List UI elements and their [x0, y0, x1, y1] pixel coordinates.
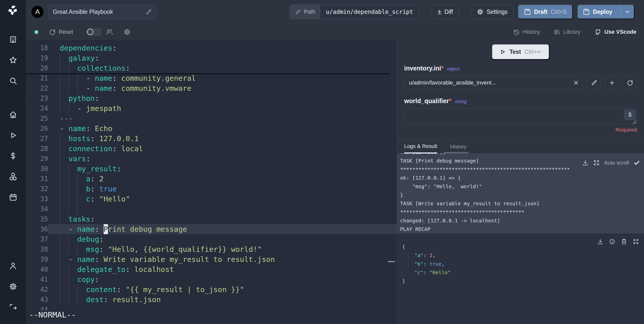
editor-line[interactable]: 39 - name: Write variable my_result to r…	[26, 254, 397, 264]
test-button[interactable]: Test Ctrl+↵	[492, 44, 549, 60]
editor-line[interactable]: 24 - jmespath	[26, 103, 397, 113]
editor-line[interactable]: 41 copy:	[26, 274, 397, 285]
status-dot	[34, 30, 38, 34]
diff-toggle[interactable]	[86, 28, 102, 36]
settings-button[interactable]: Settings	[471, 5, 513, 19]
world-qualifier-field-label: world_qualifier* string	[404, 97, 637, 105]
editor-settings-gear-icon[interactable]	[123, 28, 131, 36]
reset-button[interactable]: Reset	[49, 29, 73, 35]
diff-label: Diff	[444, 9, 453, 15]
inventory-field-label: inventory.ini* object	[404, 65, 637, 72]
world-qualifier-textarea[interactable]	[404, 108, 637, 124]
variable-picker-dollar-button[interactable]: $	[624, 109, 636, 120]
editor-line[interactable]: 22 - name: community.vmware	[26, 83, 397, 93]
right-panel: Test Ctrl+↵ inventory.ini* object	[397, 40, 644, 324]
editor-line[interactable]: 43 dest: result.json	[26, 295, 397, 305]
collaborators-users-icon[interactable]	[106, 28, 113, 36]
world-qualifier-type: string	[455, 99, 467, 104]
editor-line[interactable]: 34	[26, 204, 397, 214]
inventory-input[interactable]	[404, 76, 569, 90]
autoscroll-check-icon[interactable]	[633, 159, 640, 166]
clear-x-icon[interactable]	[569, 80, 583, 86]
editor-line[interactable]: 21 - name: community.general	[26, 73, 397, 83]
content: 18dependencies:19 galaxy:20 collections:…	[26, 40, 644, 324]
path-label-segment: Path	[290, 5, 320, 19]
toggle-knob	[87, 29, 93, 35]
editor-line[interactable]: 23 python:	[26, 93, 397, 103]
expand-result-icon[interactable]	[633, 238, 639, 245]
resources-cubes-icon[interactable]	[6, 169, 21, 184]
editor-line[interactable]: 37 debug:	[26, 234, 397, 244]
editor-line[interactable]: 18dependencies:	[26, 43, 397, 53]
editor-line[interactable]: 25---	[26, 113, 397, 124]
tab-history[interactable]: History	[450, 140, 467, 153]
sticky-scroll-border	[26, 73, 389, 74]
diff-icon: ±	[438, 9, 441, 15]
refresh-button[interactable]	[623, 75, 637, 90]
save-icon	[524, 8, 531, 15]
editor-line[interactable]: 31 a: 2	[26, 174, 397, 184]
draft-label: Draft	[534, 9, 548, 15]
logs-panel: ok: [127.0.0.1] TASK [Print debug messag…	[397, 153, 644, 233]
home-icon[interactable]	[6, 107, 21, 122]
tab-logs-result[interactable]: Logs & Result	[404, 140, 437, 153]
editor-line[interactable]: 28 connection: local	[26, 144, 397, 154]
use-vscode-button[interactable]: Use VScode	[594, 28, 636, 36]
editor-line[interactable]: 40 delegate_to: localhost	[26, 264, 397, 274]
code-editor[interactable]: 18dependencies:19 galaxy:20 collections:…	[26, 40, 397, 324]
inventory-name: inventory.ini	[404, 65, 441, 72]
copy-clipboard-icon[interactable]	[621, 238, 627, 245]
deploy-dropdown-chevron-icon[interactable]	[620, 5, 634, 19]
world-qualifier-name: world_qualifier	[404, 97, 449, 104]
schedules-calendar-icon[interactable]	[6, 190, 21, 205]
editor-line[interactable]: 35 tasks:	[26, 214, 397, 224]
windmill-logo-icon[interactable]	[7, 5, 19, 16]
editor-line[interactable]: 20 collections:	[26, 63, 397, 73]
library-button[interactable]: Library	[554, 29, 580, 35]
download-logs-icon[interactable]	[582, 159, 589, 166]
editor-line[interactable]: 26- name: Echo	[26, 124, 397, 134]
logout-icon[interactable]	[6, 300, 21, 315]
test-label: Test	[509, 49, 521, 55]
info-icon[interactable]	[609, 238, 615, 245]
add-resource-plus-button[interactable]	[605, 75, 619, 90]
download-result-icon[interactable]	[597, 238, 603, 245]
favorites-star-icon[interactable]	[6, 53, 21, 68]
path-label: Path	[304, 9, 315, 15]
history-label: History	[523, 29, 540, 35]
editor-line[interactable]: 29 vars:	[26, 154, 397, 164]
editor-line[interactable]: 19 galaxy:	[26, 53, 397, 63]
workspace-building-icon[interactable]	[6, 32, 21, 47]
settings-gear-icon[interactable]	[6, 279, 21, 294]
runs-play-icon[interactable]	[6, 128, 21, 143]
search-icon[interactable]	[6, 73, 21, 88]
deploy-label: Deploy	[593, 9, 612, 15]
save-icon	[583, 8, 590, 15]
variables-dollar-icon[interactable]	[6, 148, 21, 164]
sidebar-divider	[0, 98, 26, 98]
account-user-icon[interactable]	[6, 258, 21, 273]
editor-line[interactable]: 38 msg: "Hello, {{world_qualifier}} worl…	[26, 244, 397, 254]
result-tabbar: Logs & Result History	[397, 139, 644, 153]
editor-line[interactable]: 42 content: "{{ my_result | to_json }}"	[26, 285, 397, 295]
editor-line[interactable]: 30 my_result:	[26, 164, 397, 174]
expand-logs-icon[interactable]	[593, 159, 600, 166]
diff-button[interactable]: ± Diff	[432, 5, 459, 19]
path-button[interactable]: Path u/admin/dependable_script	[290, 5, 419, 19]
editor-line[interactable]: 36 - name: Print debug message	[26, 224, 397, 234]
editor-line[interactable]: 27 hosts: 127.0.0.1	[26, 134, 397, 144]
app-title-input[interactable]: Great Ansible Playbook	[48, 4, 157, 19]
topbar: A Great Ansible Playbook Pat	[26, 0, 644, 24]
edit-path-pencil-icon	[295, 9, 301, 15]
avatar-letter: A	[35, 8, 40, 16]
draft-shortcut: Ctrl+S	[551, 9, 567, 15]
play-icon	[499, 49, 506, 55]
edit-resource-pencil-button[interactable]	[587, 75, 601, 90]
editor-line[interactable]: 32 b: true	[26, 184, 397, 194]
editor-line[interactable]: 33 c: "Hello"	[26, 194, 397, 204]
history-button[interactable]: History	[513, 29, 540, 35]
sidebar	[0, 0, 26, 324]
draft-button[interactable]: Draft Ctrl+S	[518, 5, 573, 19]
deploy-button[interactable]: Deploy	[577, 5, 634, 19]
edit-title-pencil-icon[interactable]	[145, 9, 152, 15]
